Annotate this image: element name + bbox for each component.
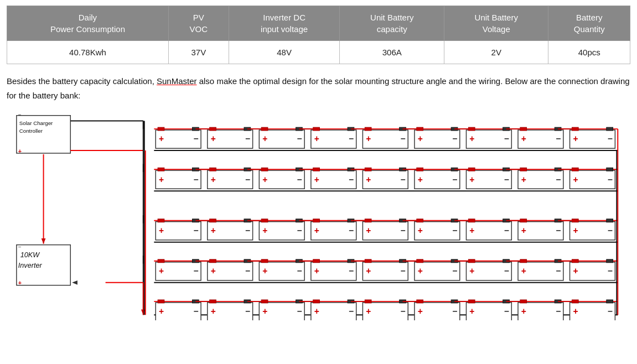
svg-text:−: − (401, 175, 406, 184)
svg-text:+: + (366, 134, 371, 143)
svg-text:+: + (573, 134, 578, 143)
svg-text:+: + (314, 266, 319, 275)
svg-rect-32 (158, 127, 164, 131)
svg-text:−: − (349, 226, 354, 235)
cell-inverter-dc: 48V (229, 41, 340, 64)
svg-text:−: − (297, 175, 302, 184)
svg-text:+: + (418, 175, 423, 184)
svg-text:+: + (469, 134, 474, 143)
svg-rect-163 (607, 219, 613, 222)
svg-text:−: − (349, 134, 354, 143)
svg-text:+: + (366, 226, 371, 235)
svg-rect-212 (158, 300, 164, 303)
svg-text:−: − (556, 226, 561, 235)
charger-label2: Controller (19, 128, 43, 134)
header-unit-battery-voltage: Unit BatteryVoltage (444, 6, 548, 41)
svg-text:+: + (211, 175, 216, 184)
svg-text:+: + (573, 226, 578, 235)
svg-text:−: − (608, 266, 613, 275)
svg-text:+: + (314, 134, 319, 143)
svg-text:+: + (366, 266, 371, 275)
svg-text:+: + (18, 279, 22, 286)
svg-rect-208 (607, 259, 613, 263)
cell-daily-power: 40.78Kwh (7, 41, 169, 64)
svg-text:+: + (262, 266, 267, 275)
svg-text:−: − (245, 306, 250, 316)
svg-text:+: + (469, 226, 474, 235)
svg-text:−: − (608, 175, 613, 184)
svg-text:−: − (401, 306, 406, 316)
svg-rect-73 (607, 127, 613, 131)
svg-rect-77 (158, 168, 164, 171)
svg-text:−: − (504, 226, 509, 235)
svg-text:+: + (314, 175, 319, 184)
svg-text:−: − (349, 306, 354, 316)
svg-rect-122 (158, 219, 164, 222)
svg-text:+: + (262, 134, 267, 143)
svg-text:+: + (159, 134, 164, 143)
svg-text:−: − (193, 266, 198, 275)
svg-text:+: + (418, 306, 423, 316)
svg-rect-167 (158, 259, 164, 263)
svg-text:−: − (452, 266, 457, 275)
svg-text:+: + (469, 175, 474, 184)
header-daily-power: DailyPower Consumption (7, 6, 169, 41)
svg-text:−: − (297, 134, 302, 143)
svg-text:+: + (521, 266, 526, 275)
svg-rect-253 (607, 300, 613, 303)
svg-text:−: − (297, 226, 302, 235)
svg-text:+: + (262, 226, 267, 235)
charger-label1: Solar Charger (19, 120, 53, 126)
svg-text:−: − (245, 134, 250, 143)
svg-text:+: + (521, 306, 526, 316)
svg-text:+: + (159, 306, 164, 316)
svg-text:+: + (262, 175, 267, 184)
svg-marker-16 (72, 280, 77, 285)
svg-text:−: − (297, 306, 302, 316)
svg-text:+: + (573, 175, 578, 184)
svg-text:−: − (452, 306, 457, 316)
svg-text:−: − (608, 134, 613, 143)
header-pv-voc: PVVOC (168, 6, 229, 41)
svg-text:+: + (573, 306, 578, 316)
cell-pv-voc: 37V (168, 41, 229, 64)
svg-text:+: + (418, 266, 423, 275)
svg-text:−: − (556, 266, 561, 275)
svg-text:−: − (193, 175, 198, 184)
svg-text:−: − (608, 226, 613, 235)
svg-text:+: + (159, 266, 164, 275)
svg-text:−: − (504, 266, 509, 275)
brand-name: SunMaster (157, 76, 197, 86)
svg-text:+: + (211, 134, 216, 143)
svg-text:−: − (452, 134, 457, 143)
svg-text:−: − (18, 112, 22, 118)
svg-text:−: − (245, 266, 250, 275)
svg-text:−: − (349, 266, 354, 275)
specs-table: DailyPower Consumption PVVOC Inverter DC… (7, 6, 630, 64)
svg-text:−: − (556, 306, 561, 316)
svg-text:−: − (401, 226, 406, 235)
svg-text:−: − (349, 175, 354, 184)
inverter-label1: 10KW (20, 251, 40, 259)
svg-text:−: − (245, 226, 250, 235)
svg-text:+: + (314, 226, 319, 235)
svg-text:+: + (262, 306, 267, 316)
svg-text:+: + (159, 175, 164, 184)
svg-text:+: + (418, 226, 423, 235)
svg-text:+: + (159, 226, 164, 235)
svg-text:+: + (469, 306, 474, 316)
svg-marker-5 (42, 238, 46, 244)
svg-text:−: − (452, 175, 457, 184)
inverter-label2: Inverter (18, 262, 43, 269)
header-battery-quantity: BatteryQuantity (548, 6, 630, 41)
svg-text:−: − (193, 134, 198, 143)
cell-unit-battery-capacity: 306A (340, 41, 444, 64)
svg-text:−: − (556, 134, 561, 143)
svg-text:−: − (297, 266, 302, 275)
svg-text:−: − (18, 244, 22, 250)
svg-text:+: + (314, 306, 319, 316)
svg-text:−: − (504, 306, 509, 316)
svg-text:+: + (366, 175, 371, 184)
svg-text:+: + (211, 266, 216, 275)
svg-text:+: + (573, 266, 578, 275)
